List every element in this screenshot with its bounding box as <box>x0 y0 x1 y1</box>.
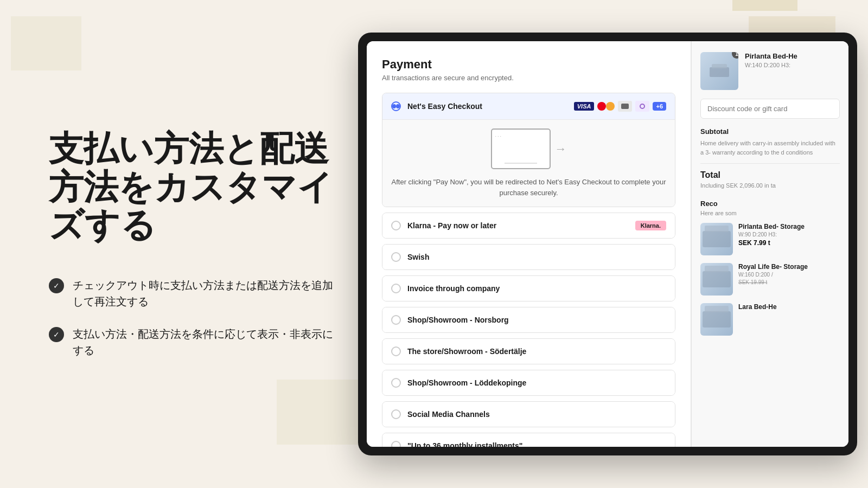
feature-text-1: チェックアウト時に支払い方法または配送方法を追加して再注文する <box>73 277 336 310</box>
reco-name-2: Royal Life Be- Storage <box>738 263 840 271</box>
total-section: Total Including SEK 2,096.00 in ta <box>700 163 840 189</box>
reco-card-3[interactable]: Lara Bed-He <box>700 303 840 336</box>
deco-bottom-right <box>277 380 358 445</box>
more-badge: +6 <box>653 102 666 111</box>
payment-option-installments[interactable]: "Up to 36 monthly installments" <box>382 433 675 447</box>
nets-redirect-text: After clicking "Pay Now", you will be re… <box>391 177 666 198</box>
main-product-image: 1 <box>700 52 738 90</box>
payment-option-swish[interactable]: Swish <box>382 244 675 270</box>
payment-option-lodde-header[interactable]: Shop/Showroom - Löddekopinge <box>382 370 675 395</box>
reco-info-1: Pirlanta Bed- Storage W:90 D:200 H3: SEK… <box>738 223 840 255</box>
reco-old-price-2: SEK 19.99 t <box>738 279 840 285</box>
tablet-frame: Payment All transactions are secure and … <box>358 33 857 455</box>
left-panel: 支払い方法と配送方法をカスタマイズする ✓ チェックアウト時に支払い方法または配… <box>0 0 369 488</box>
main-product-info: Pirlanta Bed-He W:140 D:200 H3: <box>745 52 840 90</box>
subtotal-section: Subtotal Home delivery with carry-in ass… <box>700 127 840 157</box>
reco-price-1: SEK 7.99 t <box>738 239 840 247</box>
payment-option-invoice-header[interactable]: Invoice through company <box>382 276 675 301</box>
mastercard-icon <box>597 101 615 112</box>
radio-swish <box>391 252 401 262</box>
svg-rect-2 <box>703 231 731 247</box>
subtotal-label: Subtotal <box>700 127 840 136</box>
reco-dims-1: W:90 D:200 H3: <box>738 232 840 237</box>
payment-option-nets-body: ... → After clicking "Pay Now", you will… <box>382 119 675 207</box>
klarna-logo: Klarna. <box>635 221 666 230</box>
right-panel: Payment All transactions are secure and … <box>369 0 868 488</box>
payment-option-social-header[interactable]: Social Media Channels <box>382 402 675 427</box>
reco-info-2: Royal Life Be- Storage W:160 D:200 / SEK… <box>738 263 840 296</box>
payment-option-installments-header[interactable]: "Up to 36 monthly installments" <box>382 433 675 447</box>
main-product-card: 1 Pirlanta Bed-He W:140 D:200 H3: <box>700 52 840 90</box>
svg-rect-3 <box>705 226 729 232</box>
sidebar-panel: 1 Pirlanta Bed-He W:140 D:200 H3: Subtot… <box>691 41 848 447</box>
svg-rect-0 <box>710 67 729 77</box>
nets-icon-2 <box>635 101 649 112</box>
browser-illustration: ... → <box>391 129 666 169</box>
radio-installments <box>391 441 401 447</box>
reco-card-2[interactable]: Royal Life Be- Storage W:160 D:200 / SEK… <box>700 263 840 296</box>
deco-top-left <box>11 16 81 70</box>
svg-rect-5 <box>705 266 729 272</box>
radio-lodde <box>391 378 401 388</box>
product-img-inner <box>700 52 738 90</box>
swish-label: Swish <box>407 253 666 261</box>
payment-option-sodertalje-header[interactable]: The store/Showroom - Södertälje <box>382 339 675 364</box>
svg-rect-6 <box>703 311 731 328</box>
svg-rect-7 <box>705 306 729 312</box>
payment-option-social[interactable]: Social Media Channels <box>382 401 675 427</box>
payment-option-swish-header[interactable]: Swish <box>382 245 675 269</box>
social-label: Social Media Channels <box>407 410 666 419</box>
norsborg-label: Shop/Showroom - Norsborg <box>407 316 666 324</box>
reco-name-1: Pirlanta Bed- Storage <box>738 223 840 230</box>
payment-option-lodde[interactable]: Shop/Showroom - Löddekopinge <box>382 370 675 396</box>
svg-rect-4 <box>703 271 731 287</box>
payment-option-invoice[interactable]: Invoice through company <box>382 275 675 301</box>
payment-option-norsborg-header[interactable]: Shop/Showroom - Norsborg <box>382 307 675 332</box>
reco-dims-2: W:160 D:200 / <box>738 272 840 278</box>
reco-img-2 <box>700 263 733 296</box>
radio-norsborg <box>391 315 401 325</box>
deco-top-right <box>732 0 797 11</box>
radio-nets <box>391 101 401 111</box>
main-title: 支払い方法と配送方法をカスタマイズする <box>49 130 336 244</box>
check-icon-2: ✓ <box>49 327 64 342</box>
reco-name-3: Lara Bed-He <box>738 303 840 311</box>
klarna-label: Klarna - Pay now or later <box>407 221 629 230</box>
feature-text-2: 支払い方法・配送方法を条件に応じて表示・非表示にする <box>73 326 336 358</box>
feature-item-1: ✓ チェックアウト時に支払い方法または配送方法を追加して再注文する <box>49 277 336 310</box>
radio-invoice <box>391 284 401 293</box>
recommendations-section: Reco Here are som Pirlanta Bed- Storage <box>700 200 840 336</box>
reco-title: Reco <box>700 200 840 208</box>
radio-sodertalje <box>391 346 401 356</box>
nets-label: Net's Easy Checkout <box>407 102 567 111</box>
payment-option-sodertalje[interactable]: The store/Showroom - Södertälje <box>382 338 675 364</box>
payment-panel: Payment All transactions are secure and … <box>367 41 691 447</box>
total-label: Total <box>700 170 840 180</box>
reco-img-1 <box>700 223 733 255</box>
reco-subtitle: Here are som <box>700 210 840 216</box>
main-product-dims: W:140 D:200 H3: <box>745 62 840 68</box>
payment-option-klarna[interactable]: Klarna - Pay now or later Klarna. <box>382 213 675 239</box>
tablet-inner: Payment All transactions are secure and … <box>367 41 848 447</box>
check-icon-1: ✓ <box>49 278 64 293</box>
reco-info-3: Lara Bed-He <box>738 303 840 336</box>
radio-klarna <box>391 221 401 230</box>
payment-icons-nets: VISA +6 <box>574 101 666 112</box>
main-product-name: Pirlanta Bed-He <box>745 52 840 60</box>
payment-option-nets-header[interactable]: Net's Easy Checkout VISA <box>382 93 675 119</box>
svg-rect-1 <box>712 64 727 68</box>
payment-subtitle: All transactions are secure and encrypte… <box>382 74 675 82</box>
lodde-label: Shop/Showroom - Löddekopinge <box>407 378 666 387</box>
payment-option-norsborg[interactable]: Shop/Showroom - Norsborg <box>382 307 675 333</box>
total-tax: Including SEK 2,096.00 in ta <box>700 182 840 189</box>
payment-option-nets[interactable]: Net's Easy Checkout VISA <box>382 93 675 207</box>
installments-label: "Up to 36 monthly installments" <box>407 441 666 447</box>
reco-card-1[interactable]: Pirlanta Bed- Storage W:90 D:200 H3: SEK… <box>700 223 840 255</box>
radio-social <box>391 409 401 419</box>
visa-icon: VISA <box>574 102 595 111</box>
payment-option-klarna-header[interactable]: Klarna - Pay now or later Klarna. <box>382 213 675 238</box>
subtotal-desc: Home delivery with carry-in assembly inc… <box>700 139 840 157</box>
feature-list: ✓ チェックアウト時に支払い方法または配送方法を追加して再注文する ✓ 支払い方… <box>49 277 336 358</box>
sodertalje-label: The store/Showroom - Södertälje <box>407 347 666 356</box>
discount-input[interactable] <box>700 99 840 119</box>
